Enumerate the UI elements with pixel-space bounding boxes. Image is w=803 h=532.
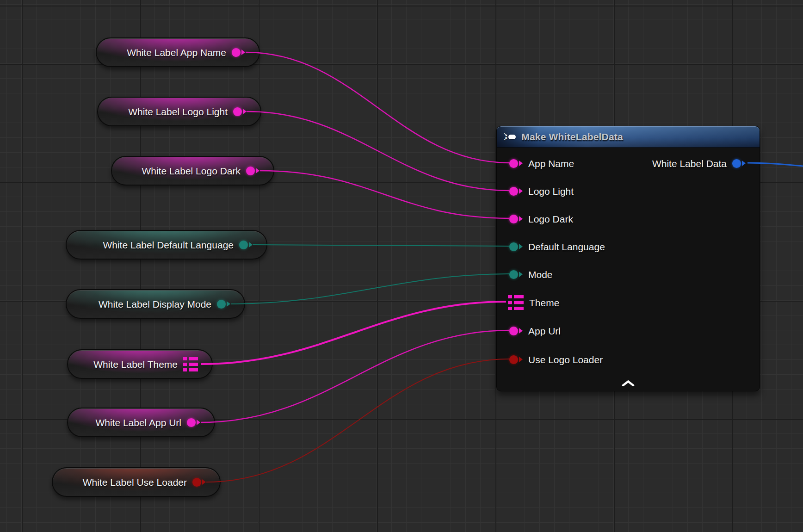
- pin-wedge-icon: [519, 188, 523, 194]
- pin-dot-icon: [732, 159, 741, 168]
- pin-label: Use Logo Loader: [528, 355, 603, 365]
- pin-label: Default Language: [528, 242, 605, 252]
- pin-label: White Label Data: [652, 159, 727, 168]
- pin-wedge-icon: [249, 242, 253, 247]
- pin-wedge-icon: [519, 216, 523, 222]
- pin-label: Mode: [528, 270, 553, 279]
- wire-app-name[interactable]: [246, 52, 510, 163]
- pin-row-white-label-data: White Label Data: [652, 155, 746, 171]
- pin-wedge-icon: [202, 479, 206, 485]
- pin-dot-icon: [509, 270, 518, 279]
- pin-dot-icon: [509, 187, 518, 196]
- pin-row-logo-light: Logo Light: [509, 183, 574, 199]
- variable-node-white-label-logo-light[interactable]: White Label Logo Light: [97, 97, 261, 126]
- pin-dot-icon: [509, 215, 518, 223]
- node-header[interactable]: ↘↗ Make WhiteLabelData: [497, 126, 760, 148]
- variable-node-white-label-theme[interactable]: White Label Theme: [67, 349, 213, 379]
- variable-node-white-label-use-loader[interactable]: White Label Use Loader: [52, 467, 221, 497]
- pin-row-app-name: App Name: [509, 155, 574, 171]
- variable-node-white-label-display-mode[interactable]: White Label Display Mode: [66, 289, 245, 319]
- struct-pin-icon: [508, 295, 524, 310]
- wire-default-language[interactable]: [253, 245, 510, 246]
- string-output-pin[interactable]: [232, 48, 245, 57]
- wire-theme[interactable]: [201, 302, 506, 364]
- string-output-pin[interactable]: [246, 167, 259, 175]
- pin-dot-icon: [187, 418, 196, 427]
- enum-output-pin[interactable]: [217, 300, 230, 309]
- pin-row-mode: Mode: [509, 266, 553, 282]
- variable-node-white-label-logo-dark[interactable]: White Label Logo Dark: [111, 156, 274, 186]
- pin-dot-icon: [509, 242, 518, 251]
- pin-dot-icon: [217, 300, 226, 309]
- variable-node-label: White Label Use Loader: [83, 477, 187, 487]
- bool-output-pin[interactable]: [192, 478, 206, 487]
- pin-wedge-icon: [241, 49, 245, 55]
- pin-wedge-icon: [243, 109, 247, 114]
- pin-row-use-logo-loader: Use Logo Loader: [509, 352, 603, 367]
- make-struct-icon: ↘↗: [503, 133, 516, 141]
- pin-dot-icon: [192, 478, 201, 487]
- string-input-pin[interactable]: [509, 187, 523, 196]
- pin-row-default-language: Default Language: [509, 239, 605, 254]
- pin-wedge-icon: [519, 244, 523, 249]
- variable-node-label: White Label App Name: [127, 48, 226, 57]
- pin-row-logo-dark: Logo Dark: [509, 211, 573, 227]
- wire-logo-light[interactable]: [247, 111, 510, 191]
- collapse-node-button[interactable]: [620, 379, 636, 387]
- pin-label: Theme: [529, 298, 559, 308]
- pin-wedge-icon: [519, 272, 523, 277]
- wire-app-url[interactable]: [201, 330, 510, 422]
- enum-output-pin[interactable]: [239, 241, 253, 249]
- pin-dot-icon: [246, 167, 255, 175]
- pin-wedge-icon: [256, 168, 259, 173]
- string-input-pin[interactable]: [509, 215, 523, 223]
- pin-dot-icon: [509, 355, 518, 364]
- blueprint-graph-canvas[interactable]: White Label App Name White Label Logo Li…: [0, 0, 803, 532]
- variable-node-label: White Label Logo Light: [128, 107, 228, 117]
- pin-row-theme: Theme: [508, 295, 559, 310]
- string-input-pin[interactable]: [509, 159, 523, 168]
- pin-dot-icon: [233, 107, 242, 116]
- variable-node-white-label-default-language[interactable]: White Label Default Language: [66, 230, 267, 260]
- string-output-pin[interactable]: [233, 107, 247, 116]
- pin-wedge-icon: [519, 357, 523, 362]
- pin-wedge-icon: [519, 161, 523, 166]
- variable-node-label: White Label Default Language: [103, 240, 234, 250]
- variable-node-white-label-app-name[interactable]: White Label App Name: [96, 37, 260, 67]
- pin-wedge-icon: [197, 420, 200, 425]
- variable-node-white-label-app-url[interactable]: White Label App Url: [67, 408, 215, 437]
- make-whitelabeldata-node[interactable]: ↘↗ Make WhiteLabelData App Name Logo Lig…: [496, 126, 760, 391]
- string-input-pin[interactable]: [509, 327, 523, 335]
- pin-wedge-icon: [519, 328, 523, 334]
- wire-use-loader[interactable]: [206, 359, 510, 482]
- pin-wedge-icon: [742, 161, 746, 166]
- pin-dot-icon: [509, 159, 518, 168]
- enum-input-pin[interactable]: [509, 270, 523, 279]
- wire-logo-dark[interactable]: [260, 171, 510, 218]
- wire-display-mode[interactable]: [231, 274, 510, 304]
- pin-dot-icon: [509, 327, 518, 335]
- string-output-pin[interactable]: [187, 418, 200, 427]
- node-title: Make WhiteLabelData: [521, 131, 623, 142]
- pin-row-app-url: App Url: [509, 323, 561, 339]
- chevron-up-icon: [622, 380, 635, 386]
- pin-wedge-icon: [227, 301, 230, 307]
- struct-pin-icon: [183, 357, 198, 371]
- pin-label: Logo Dark: [528, 214, 573, 224]
- variable-node-label: White Label Display Mode: [99, 299, 211, 309]
- pin-label: App Url: [528, 326, 561, 336]
- variable-node-label: White Label Theme: [93, 359, 178, 369]
- pin-label: App Name: [528, 159, 574, 168]
- enum-input-pin[interactable]: [509, 242, 523, 251]
- struct-output-pin[interactable]: [732, 159, 746, 168]
- pin-dot-icon: [239, 241, 248, 249]
- struct-input-pin[interactable]: [508, 295, 524, 310]
- variable-node-label: White Label Logo Dark: [142, 166, 241, 176]
- pin-dot-icon: [232, 48, 241, 57]
- variable-node-label: White Label App Url: [95, 418, 181, 427]
- struct-output-pin[interactable]: [183, 357, 198, 371]
- bool-input-pin[interactable]: [509, 355, 523, 364]
- pin-label: Logo Light: [528, 186, 574, 196]
